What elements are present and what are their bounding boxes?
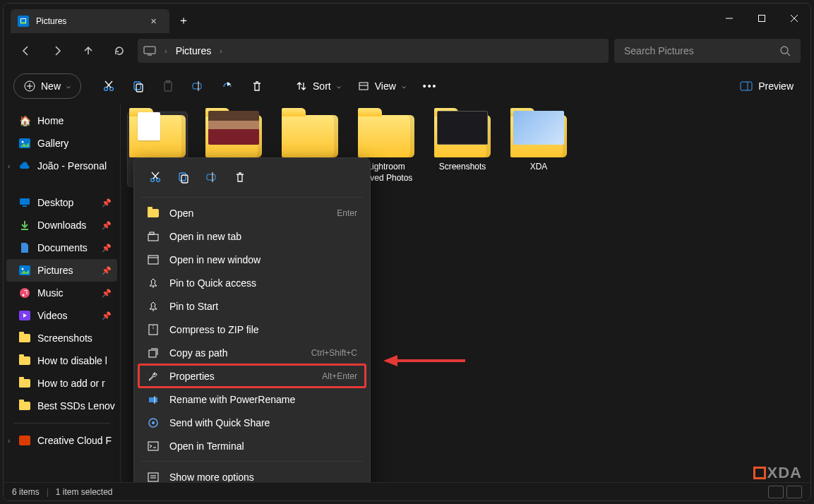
view-icon bbox=[358, 80, 369, 92]
sidebar-item-howto-add[interactable]: How to add or r bbox=[6, 372, 117, 395]
sidebar-item-screenshots[interactable]: Screenshots bbox=[6, 327, 117, 349]
command-bar: New ⌵ Sort ⌵ View ⌵ ••• Preview bbox=[4, 68, 810, 104]
delete-button[interactable] bbox=[244, 73, 270, 99]
ctx-open-terminal[interactable]: Open in Terminal bbox=[138, 434, 366, 457]
svg-rect-50 bbox=[149, 350, 156, 357]
copy-path-icon bbox=[147, 347, 160, 359]
up-button[interactable] bbox=[76, 38, 101, 64]
copy-button[interactable] bbox=[125, 73, 152, 99]
desktop-icon bbox=[19, 197, 30, 208]
ctx-rename-powerrename[interactable]: Rename with PowerRename bbox=[138, 388, 366, 411]
svg-rect-55 bbox=[148, 442, 158, 450]
sidebar-item-best-ssds[interactable]: Best SSDs Lenov bbox=[6, 395, 117, 417]
chevron-down-icon: ⌵ bbox=[402, 82, 406, 90]
pin-icon: 📌 bbox=[102, 266, 112, 275]
sidebar-item-gallery[interactable]: Gallery bbox=[6, 132, 117, 155]
ctx-rename-button[interactable] bbox=[199, 165, 225, 189]
cut-button[interactable] bbox=[95, 73, 122, 99]
search-input[interactable] bbox=[624, 45, 779, 56]
ctx-quick-share[interactable]: Send with Quick Share bbox=[138, 411, 366, 434]
sidebar-item-music[interactable]: Music📌 bbox=[6, 282, 117, 304]
details-view-toggle[interactable] bbox=[768, 486, 784, 498]
svg-rect-21 bbox=[359, 83, 368, 90]
pin-icon bbox=[147, 300, 160, 313]
maximize-button[interactable] bbox=[746, 7, 778, 30]
watermark: XDA bbox=[753, 464, 802, 482]
new-button[interactable]: New ⌵ bbox=[13, 73, 81, 99]
svg-rect-44 bbox=[148, 234, 158, 241]
search-box[interactable] bbox=[614, 39, 801, 63]
chevron-right-icon[interactable]: › bbox=[8, 437, 10, 445]
ctx-pin-quick-access[interactable]: Pin to Quick access bbox=[138, 271, 366, 294]
svg-rect-28 bbox=[23, 205, 27, 207]
ctx-pin-start[interactable]: Pin to Start bbox=[138, 294, 366, 318]
content-pane[interactable]: Lightroom Saved Photos Screenshots XDA O… bbox=[121, 104, 810, 482]
more-button[interactable]: ••• bbox=[416, 73, 445, 99]
svg-point-12 bbox=[110, 87, 114, 90]
ctx-open-new-tab[interactable]: Open in new tab bbox=[138, 224, 366, 248]
ctx-compress-zip[interactable]: Compress to ZIP file bbox=[138, 318, 366, 341]
paste-icon bbox=[162, 80, 174, 92]
breadcrumb-segment[interactable]: Pictures bbox=[176, 45, 212, 56]
chevron-right-icon[interactable]: › bbox=[8, 162, 10, 170]
ctx-cut-button[interactable] bbox=[143, 165, 168, 189]
separator bbox=[141, 461, 363, 462]
view-button[interactable]: View ⌵ bbox=[351, 73, 413, 99]
chevron-right-icon: › bbox=[164, 47, 167, 55]
powerrename-icon bbox=[147, 393, 160, 406]
new-tab-button[interactable]: ＋ bbox=[169, 9, 198, 32]
svg-rect-17 bbox=[164, 82, 172, 91]
sidebar-item-onedrive-personal[interactable]: ›João - Personal bbox=[6, 155, 117, 177]
minimize-button[interactable] bbox=[713, 7, 746, 30]
thumbnails-view-toggle[interactable] bbox=[786, 486, 802, 498]
folder-icon bbox=[19, 355, 30, 366]
svg-point-33 bbox=[23, 294, 25, 296]
gallery-icon bbox=[19, 138, 30, 149]
tab-pictures[interactable]: Pictures ✕ bbox=[11, 9, 169, 33]
sidebar-item-pictures[interactable]: Pictures📌 bbox=[6, 259, 117, 282]
pictures-icon bbox=[18, 16, 29, 27]
paste-button[interactable] bbox=[155, 73, 181, 99]
ctx-delete-button[interactable] bbox=[227, 165, 253, 189]
svg-rect-42 bbox=[207, 174, 215, 180]
navigation-pane[interactable]: 🏠Home Gallery ›João - Personal Desktop📌 … bbox=[4, 104, 121, 482]
home-icon: 🏠 bbox=[19, 115, 30, 126]
svg-rect-56 bbox=[148, 473, 158, 481]
chevron-down-icon: ⌵ bbox=[66, 82, 71, 90]
close-window-button[interactable] bbox=[778, 7, 810, 30]
close-tab-icon[interactable]: ✕ bbox=[146, 14, 161, 29]
music-icon bbox=[19, 287, 30, 299]
preview-button[interactable]: Preview bbox=[733, 73, 801, 99]
back-button[interactable] bbox=[13, 38, 39, 64]
ctx-open-new-window[interactable]: Open in new window bbox=[138, 248, 366, 271]
sort-button[interactable]: Sort ⌵ bbox=[289, 73, 348, 99]
ctx-show-more[interactable]: Show more options bbox=[138, 465, 366, 482]
folder-icon bbox=[129, 115, 186, 157]
sidebar-item-howto-disable[interactable]: How to disable l bbox=[6, 349, 117, 372]
forward-button[interactable] bbox=[44, 38, 70, 64]
ctx-copy-path[interactable]: Copy as pathCtrl+Shift+C bbox=[138, 341, 366, 364]
folder-item[interactable]: XDA bbox=[509, 112, 568, 186]
refresh-button[interactable] bbox=[107, 38, 132, 64]
rename-button[interactable] bbox=[184, 73, 211, 99]
address-bar[interactable]: › Pictures › bbox=[138, 39, 609, 63]
sidebar-item-videos[interactable]: Videos📌 bbox=[6, 304, 117, 327]
folder-item[interactable]: Screenshots bbox=[433, 112, 492, 186]
sidebar-item-home[interactable]: 🏠Home bbox=[6, 109, 117, 132]
sidebar-item-desktop[interactable]: Desktop📌 bbox=[6, 191, 117, 214]
separator bbox=[13, 423, 110, 424]
sidebar-item-creative-cloud[interactable]: ›Creative Cloud F bbox=[6, 429, 117, 452]
sidebar-item-documents[interactable]: Documents📌 bbox=[6, 236, 117, 259]
ctx-copy-button[interactable] bbox=[171, 165, 196, 189]
svg-rect-35 bbox=[19, 436, 30, 445]
folder-icon bbox=[434, 115, 491, 157]
ctx-properties[interactable]: PropertiesAlt+Enter bbox=[138, 364, 366, 388]
svg-rect-4 bbox=[144, 47, 155, 54]
file-explorer-window: Pictures ✕ ＋ › Pictures › New ⌵ bbox=[3, 3, 811, 501]
sidebar-item-downloads[interactable]: Downloads📌 bbox=[6, 214, 117, 236]
share-button[interactable] bbox=[214, 73, 241, 99]
svg-point-26 bbox=[22, 141, 24, 143]
terminal-icon bbox=[147, 440, 160, 452]
svg-rect-16 bbox=[136, 84, 143, 92]
ctx-open[interactable]: OpenEnter bbox=[138, 201, 366, 224]
